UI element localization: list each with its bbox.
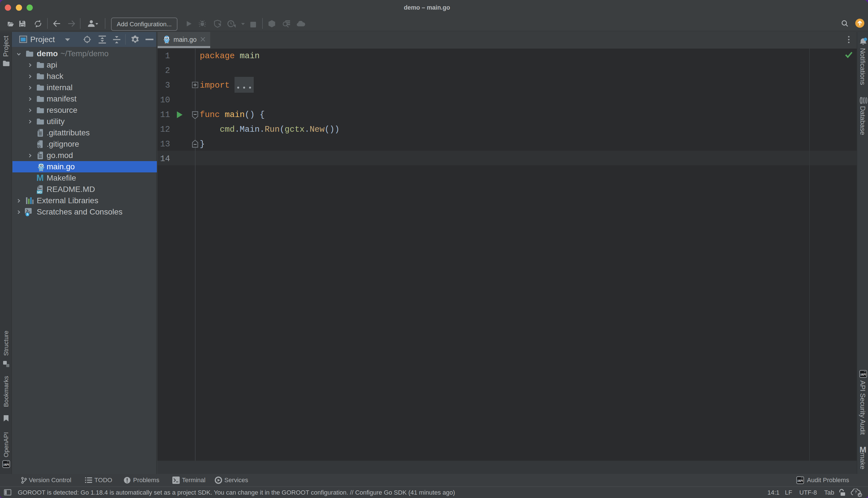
svg-text:MD: MD	[37, 191, 42, 194]
svg-text:/API: /API	[860, 373, 866, 376]
svg-text:/API: /API	[3, 463, 9, 466]
svg-text:?: ?	[855, 490, 857, 494]
svg-text:/API: /API	[797, 479, 803, 483]
